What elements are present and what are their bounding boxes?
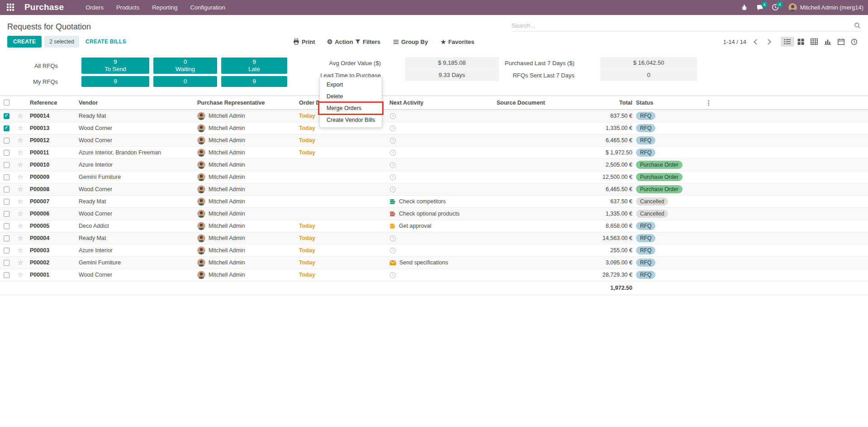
clock-icon[interactable] bbox=[389, 149, 396, 156]
bars-icon[interactable] bbox=[389, 211, 396, 217]
favorite-star-icon[interactable]: ☆ bbox=[17, 112, 23, 120]
create-bills-button[interactable]: CREATE BILLS bbox=[85, 38, 126, 45]
kpi-value-rfqs-sent-last-7-days[interactable]: 0 bbox=[600, 69, 697, 81]
favorite-star-icon[interactable]: ☆ bbox=[17, 259, 23, 267]
nav-menu-reporting[interactable]: Reporting bbox=[147, 0, 182, 15]
user-menu[interactable]: Mitchell Admin (merg14) bbox=[788, 3, 863, 12]
clock-icon[interactable] bbox=[389, 186, 396, 193]
clock-icon[interactable] bbox=[389, 113, 396, 120]
favorite-star-icon[interactable]: ☆ bbox=[17, 246, 23, 254]
table-row-p00006[interactable]: ☆ P00006 Wood Corner Mitchell Admin Chec… bbox=[0, 207, 868, 220]
clock-icon[interactable] bbox=[389, 247, 396, 254]
view-switch-activity[interactable] bbox=[848, 37, 861, 47]
kpi-value-lead-time-to-purchase[interactable]: 9.33 Days bbox=[405, 69, 499, 81]
table-row-p00004[interactable]: ☆ P00004 Ready Mat Mitchell Admin Today … bbox=[0, 232, 868, 244]
dashboard-tile-all-rfqs-to-send[interactable]: 9To Send bbox=[81, 58, 149, 74]
favorite-star-icon[interactable]: ☆ bbox=[17, 149, 23, 157]
cell-next-activity[interactable] bbox=[388, 113, 495, 120]
print-button[interactable]: Print bbox=[293, 38, 315, 45]
view-switch-graph[interactable] bbox=[821, 37, 835, 47]
search-icon[interactable] bbox=[854, 22, 861, 29]
search-bar[interactable] bbox=[512, 19, 861, 32]
app-title[interactable]: Purchase bbox=[24, 2, 64, 12]
pager-next-button[interactable] bbox=[763, 37, 773, 47]
col-header-status[interactable]: Status bbox=[634, 100, 702, 106]
favorite-star-icon[interactable]: ☆ bbox=[17, 185, 23, 193]
cell-next-activity[interactable] bbox=[388, 149, 495, 156]
cell-next-activity[interactable] bbox=[388, 186, 495, 193]
table-row-p00001[interactable]: ☆ P00001 Wood Corner Mitchell Admin Toda… bbox=[0, 269, 868, 281]
cell-next-activity[interactable]: Get approval bbox=[388, 223, 495, 229]
table-row-p00011[interactable]: ☆ P00011 Azure Interior, Brandon Freeman… bbox=[0, 146, 868, 158]
table-row-p00009[interactable]: ☆ P00009 Gemini Furniture Mitchell Admin… bbox=[0, 171, 868, 183]
row-checkbox[interactable] bbox=[4, 248, 9, 254]
dashboard-tile-my-rfqs-2[interactable]: 9 bbox=[221, 76, 287, 87]
cell-next-activity[interactable] bbox=[388, 235, 495, 242]
bars-icon[interactable] bbox=[389, 199, 396, 205]
clock-icon[interactable] bbox=[389, 235, 396, 242]
clock-icon[interactable] bbox=[389, 137, 396, 144]
table-row-p00008[interactable]: ☆ P00008 Wood Corner Mitchell Admin 6,46… bbox=[0, 183, 868, 195]
favorite-star-icon[interactable]: ☆ bbox=[17, 124, 23, 132]
dashboard-tile-my-rfqs-0[interactable]: 9 bbox=[81, 76, 149, 87]
cell-next-activity[interactable]: Send specifications bbox=[388, 259, 495, 266]
cell-next-activity[interactable] bbox=[388, 137, 495, 144]
search-input[interactable] bbox=[512, 22, 854, 29]
messages-menu-button[interactable]: 4 bbox=[753, 0, 767, 15]
nav-menu-orders[interactable]: Orders bbox=[81, 0, 108, 15]
col-header-total[interactable]: Total bbox=[581, 100, 634, 106]
clock-icon[interactable] bbox=[389, 162, 396, 168]
table-row-p00010[interactable]: ☆ P00010 Azure Interior Mitchell Admin 2… bbox=[0, 158, 868, 171]
clock-icon[interactable] bbox=[389, 174, 396, 181]
debug-bug-icon[interactable] bbox=[738, 0, 751, 15]
clock-icon[interactable] bbox=[389, 272, 396, 278]
cell-next-activity[interactable] bbox=[388, 247, 495, 254]
favorite-star-icon[interactable]: ☆ bbox=[17, 173, 23, 181]
bars-icon[interactable] bbox=[389, 223, 396, 229]
favorite-star-icon[interactable]: ☆ bbox=[17, 136, 23, 144]
view-switch-list[interactable] bbox=[781, 37, 794, 47]
table-row-p00002[interactable]: ☆ P00002 Gemini Furniture Mitchell Admin… bbox=[0, 256, 868, 269]
row-checkbox[interactable] bbox=[4, 223, 9, 229]
action-menu-item-create-vendor-bills[interactable]: Create Vendor Bills bbox=[320, 114, 382, 126]
table-row-p00013[interactable]: ☆ P00013 Wood Corner Mitchell Admin Toda… bbox=[0, 122, 868, 134]
col-header-purchase-representative[interactable]: Purchase Representative bbox=[195, 100, 297, 106]
row-checkbox[interactable] bbox=[4, 150, 9, 156]
col-header-source-document[interactable]: Source Document bbox=[495, 100, 581, 106]
select-all-checkbox[interactable] bbox=[4, 100, 9, 106]
view-switch-kanban[interactable] bbox=[794, 37, 807, 47]
favorite-star-icon[interactable]: ☆ bbox=[17, 222, 23, 230]
action-menu-item-merge-orders[interactable]: Merge Orders bbox=[320, 102, 382, 114]
envelope-icon[interactable] bbox=[389, 260, 396, 266]
view-switch-pivot[interactable] bbox=[807, 37, 821, 47]
row-checkbox[interactable] bbox=[4, 199, 9, 205]
table-row-p00014[interactable]: ☆ P00014 Ready Mat Mitchell Admin Today … bbox=[0, 110, 868, 122]
cell-next-activity[interactable]: Check optional products bbox=[388, 211, 495, 217]
col-header-next-activity[interactable]: Next Activity bbox=[388, 100, 495, 106]
cell-next-activity[interactable]: Check competitors bbox=[388, 198, 495, 205]
view-switch-calendar[interactable] bbox=[835, 37, 848, 47]
nav-menu-configuration[interactable]: Configuration bbox=[186, 0, 230, 15]
table-row-p00003[interactable]: ☆ P00003 Azure Interior Mitchell Admin T… bbox=[0, 244, 868, 256]
clock-icon[interactable] bbox=[389, 125, 396, 132]
row-checkbox[interactable] bbox=[4, 138, 9, 144]
cell-next-activity[interactable] bbox=[388, 272, 495, 278]
group-by-button[interactable]: Group By bbox=[393, 38, 428, 45]
activities-menu-button[interactable]: 4 bbox=[768, 0, 782, 15]
col-header-reference[interactable]: Reference bbox=[28, 100, 77, 106]
row-checkbox[interactable] bbox=[4, 235, 9, 241]
create-button[interactable]: CREATE bbox=[7, 36, 42, 48]
row-checkbox[interactable] bbox=[4, 113, 9, 119]
table-row-p00005[interactable]: ☆ P00005 Deco Addict Mitchell Admin Toda… bbox=[0, 220, 868, 232]
filters-button[interactable]: Filters bbox=[355, 38, 380, 45]
nav-menu-products[interactable]: Products bbox=[112, 0, 144, 15]
favorite-star-icon[interactable]: ☆ bbox=[17, 210, 23, 218]
row-checkbox[interactable] bbox=[4, 125, 9, 131]
dashboard-tile-all-rfqs-waiting[interactable]: 0Waiting bbox=[153, 58, 217, 74]
cell-next-activity[interactable] bbox=[388, 125, 495, 132]
favorite-star-icon[interactable]: ☆ bbox=[17, 234, 23, 242]
action-menu-item-delete[interactable]: Delete bbox=[320, 91, 382, 102]
dashboard-tile-my-rfqs-1[interactable]: 0 bbox=[153, 76, 217, 87]
cell-next-activity[interactable] bbox=[388, 162, 495, 168]
dashboard-tile-all-rfqs-late[interactable]: 9Late bbox=[221, 58, 287, 74]
